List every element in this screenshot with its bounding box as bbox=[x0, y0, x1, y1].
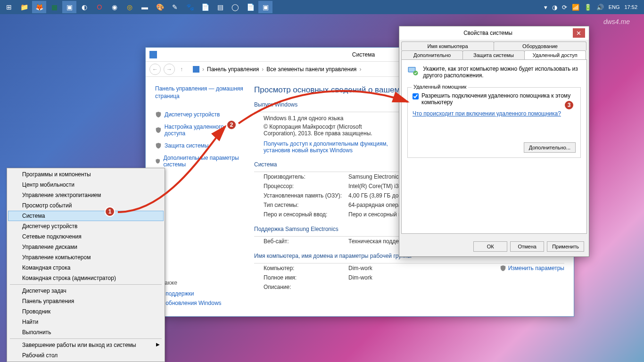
kv-value: Dim-work bbox=[348, 265, 500, 272]
ctx-power[interactable]: Управление электропитанием bbox=[8, 190, 164, 200]
see-also-link[interactable]: нтр поддержки bbox=[155, 289, 249, 298]
window-icon bbox=[149, 51, 157, 58]
sidebar-item-device-manager[interactable]: Диспетчер устройств bbox=[155, 108, 245, 121]
ctx-programs[interactable]: Программы и компоненты bbox=[8, 169, 164, 180]
kv-key: Установленная память (ОЗУ): bbox=[264, 192, 348, 199]
ctx-mobility[interactable]: Центр мобильности bbox=[8, 180, 164, 190]
tray-volume-icon[interactable]: 🔊 bbox=[596, 4, 604, 11]
ctx-search[interactable]: Найти bbox=[8, 317, 164, 327]
window-title: Система bbox=[352, 51, 375, 58]
ctx-system[interactable]: Система bbox=[8, 211, 164, 221]
nav-back-icon[interactable]: ← bbox=[149, 64, 161, 75]
doc-icon[interactable]: 📄 bbox=[243, 1, 257, 13]
breadcrumb-item[interactable]: Все элементы панели управления bbox=[266, 66, 356, 73]
change-settings-link[interactable]: Изменить параметры bbox=[500, 265, 564, 272]
ctx-control-panel[interactable]: Панель управления bbox=[8, 296, 164, 306]
excel-icon[interactable]: ▦ bbox=[47, 1, 61, 13]
shield-icon bbox=[155, 127, 162, 133]
app2-icon[interactable]: ◐ bbox=[77, 1, 91, 13]
apply-button[interactable]: Применить bbox=[547, 241, 584, 252]
tray-battery-icon[interactable]: 🔋 bbox=[584, 4, 592, 11]
kv-key: Тип системы: bbox=[264, 202, 348, 208]
app-icon[interactable]: ▣ bbox=[62, 1, 76, 13]
taskbar-left: ⊞ 📁 🦊 ▦ ▣ ◐ O ◉ ◎ ▬ 🎨 ✎ 🐾 📄 ▤ ◯ 📄 ▣ bbox=[2, 1, 272, 13]
sidebar-item-label: Дополнительные параметры системы bbox=[163, 155, 245, 168]
tray-network-icon[interactable]: 📶 bbox=[572, 4, 579, 11]
kv-key: Веб-сайт: bbox=[264, 238, 348, 245]
app3-icon[interactable]: ▬ bbox=[138, 1, 152, 13]
ctx-run[interactable]: Выполнить bbox=[8, 327, 164, 337]
ctx-disk-mgmt[interactable]: Управление дисками bbox=[8, 242, 164, 252]
shield-icon bbox=[500, 265, 506, 272]
ctx-device-manager[interactable]: Диспетчер устройств bbox=[8, 221, 164, 231]
steam-icon[interactable]: ◯ bbox=[228, 1, 242, 13]
ctx-desktop[interactable]: Рабочий стол bbox=[8, 350, 164, 361]
system-tray: ▾ ◑ ⟳ 📶 🔋 🔊 ENG 17:52 bbox=[544, 4, 642, 11]
edition-copyright: © Корпорация Майкрософт (Microsoft Corpo… bbox=[254, 123, 386, 140]
chrome-icon[interactable]: ◉ bbox=[107, 1, 122, 13]
gimp-icon[interactable]: 🐾 bbox=[183, 1, 197, 13]
ctx-event-viewer[interactable]: Просмотр событий bbox=[8, 200, 164, 211]
ctx-shutdown[interactable]: Завершение работы или выход из системы▶ bbox=[8, 340, 164, 350]
allow-remote-assistance-checkbox[interactable] bbox=[413, 93, 419, 99]
ctx-cmd-admin[interactable]: Командная строка (администратор) bbox=[8, 273, 164, 283]
edition-upgrade-link[interactable]: Получить доступ к дополнительным функция… bbox=[254, 140, 405, 155]
tab-advanced[interactable]: Дополнительно bbox=[401, 50, 463, 59]
close-button[interactable]: ✕ bbox=[573, 28, 585, 38]
breadcrumb: › Панель управления › Все элементы панел… bbox=[193, 66, 361, 73]
kv-key: Описание: bbox=[264, 284, 348, 290]
ctx-cmd[interactable]: Командная строка bbox=[8, 263, 164, 273]
breadcrumb-item[interactable]: Панель управления bbox=[207, 66, 259, 73]
taskbar: ⊞ 📁 🦊 ▦ ▣ ◐ O ◉ ◎ ▬ 🎨 ✎ 🐾 📄 ▤ ◯ 📄 ▣ ▾ ◑ … bbox=[0, 0, 644, 14]
ok-button[interactable]: ОК bbox=[473, 241, 507, 252]
notepad-icon[interactable]: 📄 bbox=[198, 1, 212, 13]
watermark: dws4.me bbox=[603, 18, 630, 25]
nav-up-icon[interactable]: ↑ bbox=[178, 64, 185, 75]
breadcrumb-sep-icon: › bbox=[202, 66, 204, 73]
advanced-button[interactable]: Дополнительно... bbox=[524, 142, 576, 153]
tab-computer-name[interactable]: Имя компьютера bbox=[401, 41, 494, 50]
tray-sync-icon[interactable]: ⟳ bbox=[562, 4, 567, 11]
sidebar-item-system-protection[interactable]: Защита системы bbox=[155, 140, 245, 152]
breadcrumb-icon bbox=[193, 66, 199, 73]
opera-icon[interactable]: O bbox=[92, 1, 107, 13]
see-also-link[interactable]: нтр обновления Windows bbox=[155, 298, 249, 308]
dialog-titlebar[interactable]: Свойства системы ✕ bbox=[399, 26, 589, 40]
tray-chevron-icon[interactable]: ▾ bbox=[544, 4, 547, 11]
group-legend: Удаленный помощник bbox=[412, 84, 468, 90]
annotation-badge-3: 3 bbox=[564, 100, 574, 110]
remote-help-link[interactable]: Что происходит при включении удаленного … bbox=[413, 110, 576, 117]
tray-clock[interactable]: 17:52 bbox=[624, 4, 637, 10]
tab-system-protection[interactable]: Защита системы bbox=[462, 50, 524, 59]
cancel-button[interactable]: Отмена bbox=[510, 241, 544, 252]
see-also-header: м. также bbox=[155, 280, 249, 286]
breadcrumb-sep-icon: › bbox=[359, 66, 361, 73]
ctx-explorer[interactable]: Проводник bbox=[8, 306, 164, 317]
tab-hardware[interactable]: Оборудование bbox=[494, 41, 586, 50]
ctx-task-manager[interactable]: Диспетчер задач bbox=[8, 286, 164, 296]
start-button[interactable]: ⊞ bbox=[2, 1, 16, 13]
ctx-separator bbox=[10, 284, 162, 285]
explorer-icon[interactable]: 📁 bbox=[17, 1, 31, 13]
kv-key: Компьютер: bbox=[264, 265, 348, 272]
shield-icon bbox=[155, 158, 160, 165]
kv-key: Процессор: bbox=[264, 183, 348, 189]
system-icon[interactable]: ▣ bbox=[258, 1, 272, 13]
sidebar-item-advanced-settings[interactable]: Дополнительные параметры системы bbox=[155, 152, 245, 171]
tab-panel-remote: Укажите, как этот компьютер можно будет … bbox=[401, 59, 587, 234]
pen-icon[interactable]: ✎ bbox=[168, 1, 182, 13]
kv-key: Производитель: bbox=[264, 173, 348, 180]
winx-context-menu: Программы и компоненты Центр мобильности… bbox=[7, 168, 165, 362]
tray-app-icon[interactable]: ◑ bbox=[552, 4, 557, 11]
tray-lang[interactable]: ENG bbox=[609, 4, 620, 10]
ctx-computer-mgmt[interactable]: Управление компьютером bbox=[8, 252, 164, 263]
app4-icon[interactable]: ▤ bbox=[213, 1, 227, 13]
nav-forward-icon[interactable]: → bbox=[164, 64, 175, 75]
aimp-icon[interactable]: ◎ bbox=[123, 1, 137, 13]
tab-remote[interactable]: Удаленный доступ bbox=[524, 50, 586, 59]
firefox-icon[interactable]: 🦊 bbox=[32, 1, 46, 13]
control-panel-home-link[interactable]: Панель управления — домашняя страница bbox=[155, 85, 245, 100]
paint-icon[interactable]: 🎨 bbox=[153, 1, 167, 13]
sidebar-item-label: Защита системы bbox=[165, 142, 208, 149]
ctx-network[interactable]: Сетевые подключения bbox=[8, 231, 164, 242]
